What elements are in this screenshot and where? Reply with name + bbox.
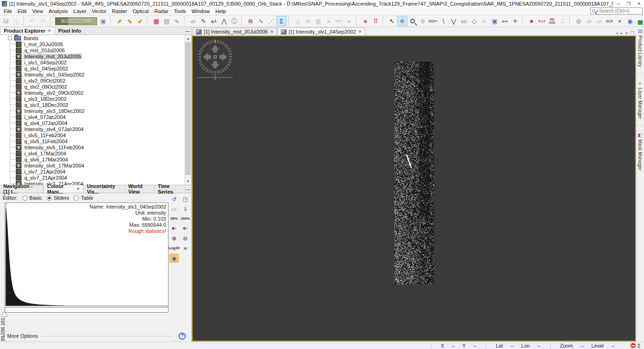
close-tab-icon[interactable]: ✕ bbox=[77, 187, 80, 191]
search-input[interactable]: ▾ Search (Ctrl+I) bbox=[590, 7, 643, 14]
more-options-label[interactable]: More Options bbox=[7, 333, 38, 339]
radio-sliders[interactable]: Sliders bbox=[47, 195, 70, 201]
orientation-icon[interactable]: ⇄ bbox=[303, 16, 313, 26]
band-item[interactable]: i_slv4_07Jan2004 bbox=[0, 114, 184, 120]
scroll-down-icon[interactable]: ▼ bbox=[185, 178, 191, 185]
log10-button[interactable]: Log10 bbox=[169, 244, 179, 252]
tab-colour-mani-[interactable]: Colour Mani...✕ bbox=[43, 185, 84, 193]
band-item[interactable]: q_slv2_09Oct2002 bbox=[0, 84, 184, 90]
binning-icon[interactable]: IOI OOI bbox=[547, 16, 557, 26]
band-item[interactable]: q_slv6_17Mar2004 bbox=[0, 156, 184, 162]
menu-tools[interactable]: Tools bbox=[171, 7, 189, 15]
notification-icon[interactable] bbox=[630, 343, 636, 348]
eye-overlay-icon[interactable]: ◉ bbox=[625, 16, 635, 26]
insar-network-icon[interactable]: ∗ bbox=[360, 16, 371, 26]
doc-tab[interactable]: [1] Intensity_mst_20Jul2005✕ bbox=[193, 28, 277, 35]
tab-product-explorer[interactable]: Product Explorer✕ bbox=[0, 27, 55, 35]
menu-window[interactable]: Window bbox=[189, 7, 212, 15]
gcp-overlay-icon[interactable]: GCP bbox=[334, 16, 344, 26]
session-icon[interactable]: ▤ bbox=[161, 16, 172, 26]
cluster-analysis-icon[interactable]: ∴ bbox=[557, 16, 567, 26]
close-icon[interactable]: ✕ bbox=[358, 29, 362, 34]
import-product-icon[interactable]: ⬈ bbox=[114, 16, 125, 26]
band-item[interactable]: i_slv2_09Oct2002 bbox=[0, 77, 184, 84]
pin-manager-icon[interactable]: ⌖ bbox=[615, 16, 625, 26]
radio-table[interactable]: Table bbox=[74, 195, 93, 201]
rectangle-tool-icon[interactable]: ▭ bbox=[459, 16, 469, 26]
polygon-draw-icon[interactable]: ▱ bbox=[188, 16, 198, 26]
export-band-icon[interactable]: ⬋ bbox=[135, 16, 145, 26]
zoom-in-vertical-icon[interactable]: ⊕↕ bbox=[169, 224, 179, 232]
band-item[interactable]: Intensity_slv2_09Oct2002 bbox=[0, 90, 184, 96]
memory-gauge[interactable]: 3616/11833MB bbox=[55, 17, 97, 25]
rail-tab-product-library[interactable]: ▤Product Library bbox=[637, 28, 643, 67]
band-item[interactable]: Intensity_slv1_04Sep2002 bbox=[0, 71, 184, 77]
save-product-icon[interactable]: ◫ bbox=[11, 16, 21, 26]
doc-nav-control-0[interactable]: ◂ bbox=[616, 31, 618, 35]
doc-nav-control-1[interactable]: ▸ bbox=[621, 31, 623, 35]
collapse-icon[interactable]: − bbox=[8, 36, 12, 40]
select-tool-icon[interactable]: ↖ bbox=[387, 16, 397, 26]
magic-wand-icon[interactable]: ✶ bbox=[510, 16, 520, 26]
band-item[interactable]: q_slv7_21Apr2004 bbox=[0, 174, 184, 181]
line-draw-icon[interactable]: ✎ bbox=[198, 16, 209, 26]
menu-analysis[interactable]: Analysis bbox=[46, 7, 70, 15]
colour-slider-bar[interactable] bbox=[5, 307, 168, 313]
import-vector-icon[interactable]: ★ bbox=[526, 16, 537, 26]
menu-help[interactable]: Help bbox=[212, 7, 229, 15]
rail-tab-layer-manager[interactable]: ≡Layer Manager bbox=[637, 81, 643, 119]
zoom-out-vertical-icon[interactable]: ⊖↕ bbox=[181, 224, 190, 232]
ellipse-tool-icon[interactable]: ○ bbox=[479, 16, 490, 26]
statistics-toggle-icon[interactable]: ◉ bbox=[169, 254, 179, 263]
subset-tool-icon[interactable]: ▣ bbox=[490, 16, 500, 26]
polygon-tool-icon[interactable]: ◇ bbox=[469, 16, 479, 26]
band-item[interactable]: i_slv7_21Apr2004 bbox=[0, 168, 184, 174]
tab-time-series[interactable]: Time Series bbox=[154, 185, 185, 193]
spectrum-view-icon[interactable]: ∿ bbox=[256, 16, 266, 26]
band-item[interactable]: q_slv5_11Feb2004 bbox=[0, 138, 184, 144]
geo-coding-icon[interactable]: φ,λ bbox=[209, 16, 219, 26]
pin-overlay-icon[interactable]: ● bbox=[344, 16, 354, 26]
range-100-button[interactable]: 100% bbox=[181, 215, 190, 223]
colour-manipulation-icon[interactable]: ▅ bbox=[635, 16, 644, 26]
zoom-tool-icon[interactable] bbox=[407, 16, 418, 26]
distribute-sliders-icon[interactable]: ⚌ bbox=[181, 244, 190, 252]
sar-image-strip[interactable] bbox=[394, 62, 434, 285]
band-item[interactable]: Intensity_slv5_11Feb2004 bbox=[0, 144, 184, 150]
close-button[interactable]: ✕ bbox=[634, 0, 644, 7]
band-item[interactable]: i_slv6_17Mar2004 bbox=[0, 150, 184, 156]
swap-xy-icon[interactable]: X↘Y bbox=[537, 16, 547, 26]
doc-nav-control-3[interactable]: ❐ bbox=[630, 31, 634, 35]
scroll-thumb[interactable] bbox=[185, 42, 191, 175]
histogram-view-icon[interactable]: ⋀ bbox=[219, 16, 229, 26]
pin-visibility-icon[interactable]: ◎ bbox=[293, 16, 303, 26]
help-button[interactable]: ? bbox=[179, 333, 186, 340]
import-palette-icon[interactable]: ▭ bbox=[169, 205, 179, 213]
tab-uncertainty-vis-[interactable]: Uncertainty Vis... bbox=[84, 185, 125, 193]
range-95-button[interactable]: 95% bbox=[169, 215, 179, 223]
menu-optical[interactable]: Optical bbox=[130, 7, 151, 15]
correlative-plot-icon[interactable]: ⋰ bbox=[266, 16, 276, 26]
band-item[interactable]: i_slv1_04Sep2002 bbox=[0, 59, 184, 65]
layer-editor-icon[interactable]: ▱ bbox=[584, 16, 594, 26]
image-view-canvas[interactable] bbox=[192, 35, 636, 342]
band-item[interactable]: Intensity_mst_20Jul2005 bbox=[0, 53, 184, 59]
rail-tab-mask-manager[interactable]: ◧Mask Manager bbox=[637, 133, 643, 170]
band-item[interactable]: Intensity_slv3_18Dec2002 bbox=[0, 108, 184, 114]
gcp-manager-icon[interactable]: GCP bbox=[604, 16, 615, 26]
scroll-up-icon[interactable]: ▲ bbox=[185, 35, 191, 42]
profile-plot-icon[interactable]: ⋒ bbox=[245, 16, 256, 26]
close-icon[interactable]: ✕ bbox=[270, 29, 274, 34]
band-item[interactable]: q_slv1_04Sep2002 bbox=[0, 65, 184, 71]
reset-palette-icon[interactable]: ↺ bbox=[169, 195, 179, 203]
band-item[interactable]: Intensity_slv6_17Mar2004 bbox=[0, 162, 184, 168]
import-band-icon[interactable]: ⬊ bbox=[125, 16, 135, 26]
statistics-icon[interactable]: Σ bbox=[276, 16, 287, 26]
histogram-box[interactable]: Name: Intensity_slv1_04Sep2002 Unit: int… bbox=[5, 202, 168, 306]
minimize-button[interactable]: — bbox=[613, 0, 623, 7]
menu-file[interactable]: File bbox=[1, 7, 15, 15]
pin-tool-person-icon[interactable]: ● bbox=[323, 16, 334, 26]
doc-nav-control-2[interactable]: ▾ bbox=[625, 31, 628, 35]
measure-tool-icon[interactable]: ⊷ bbox=[500, 16, 510, 26]
menu-radar[interactable]: Radar bbox=[152, 7, 171, 15]
